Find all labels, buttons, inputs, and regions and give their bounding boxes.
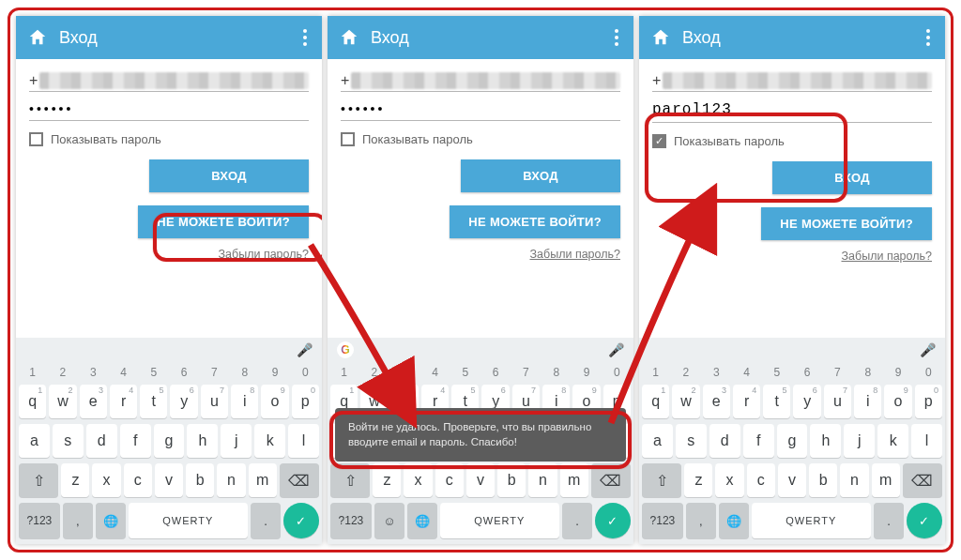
show-password-row[interactable]: Показывать пароль: [341, 123, 620, 152]
kb-key-l[interactable]: l: [288, 424, 319, 458]
kb-key-o[interactable]: o9: [261, 385, 288, 418]
login-button[interactable]: ВХОД: [772, 161, 932, 194]
kb-key-e[interactable]: e3: [80, 385, 107, 418]
kb-key-j[interactable]: j: [221, 424, 252, 458]
login-button[interactable]: ВХОД: [149, 159, 309, 192]
overflow-menu-icon[interactable]: [299, 25, 311, 50]
phone-field[interactable]: +: [652, 67, 932, 92]
mic-icon[interactable]: 🎤: [608, 342, 624, 357]
kb-key-v[interactable]: v: [466, 463, 495, 497]
kb-enter-key[interactable]: ✓: [907, 503, 942, 538]
backspace-icon[interactable]: ⌫: [591, 463, 631, 497]
kb-key-d[interactable]: d: [86, 424, 117, 458]
google-icon[interactable]: G: [337, 341, 354, 358]
kb-comma-key[interactable]: ,: [686, 503, 716, 538]
mic-icon[interactable]: 🎤: [297, 342, 313, 357]
kb-key-b[interactable]: b: [809, 463, 837, 497]
overflow-menu-icon[interactable]: [923, 25, 934, 50]
backspace-icon[interactable]: ⌫: [280, 463, 319, 497]
kb-period-key[interactable]: .: [251, 503, 281, 538]
kb-key-w[interactable]: w2: [672, 385, 699, 418]
kb-key-p[interactable]: p0: [915, 385, 942, 418]
kb-key-m[interactable]: m: [872, 463, 900, 497]
kb-key-q[interactable]: q1: [19, 385, 46, 418]
forgot-password-link[interactable]: Забыли пароль?: [341, 238, 620, 265]
kb-key-n[interactable]: n: [217, 463, 245, 497]
password-field[interactable]: [652, 98, 932, 123]
cant-login-button[interactable]: НЕ МОЖЕТЕ ВОЙТИ?: [450, 205, 620, 238]
kb-key-i[interactable]: i8: [854, 385, 881, 418]
kb-key-r[interactable]: r4: [110, 385, 137, 418]
kb-key-a[interactable]: a: [19, 424, 50, 458]
kb-key-s[interactable]: s: [53, 424, 84, 458]
kb-key-c[interactable]: c: [435, 463, 464, 497]
kb-key-l[interactable]: l: [911, 424, 942, 458]
forgot-password-link[interactable]: Забыли пароль?: [652, 240, 932, 266]
kb-key-i[interactable]: i8: [231, 385, 258, 418]
globe-icon[interactable]: 🌐: [96, 503, 126, 538]
kb-key-t[interactable]: t5: [140, 385, 167, 418]
kb-key-m[interactable]: m: [560, 463, 588, 497]
kb-space-key[interactable]: QWERTY: [440, 503, 560, 538]
globe-icon[interactable]: 🌐: [407, 503, 437, 538]
password-field[interactable]: [341, 98, 620, 121]
shift-icon[interactable]: ⇧: [642, 463, 681, 497]
kb-key-u[interactable]: u7: [824, 385, 851, 418]
kb-enter-key[interactable]: ✓: [283, 503, 319, 538]
show-password-row[interactable]: Показывать пароль: [652, 125, 932, 154]
show-password-checkbox[interactable]: [341, 132, 355, 146]
kb-key-q[interactable]: q1: [642, 385, 669, 418]
kb-key-c[interactable]: c: [124, 463, 152, 497]
backspace-icon[interactable]: ⌫: [903, 463, 942, 497]
kb-key-z[interactable]: z: [373, 463, 401, 497]
kb-key-v[interactable]: v: [778, 463, 806, 497]
show-password-row[interactable]: Показывать пароль: [29, 123, 309, 152]
kb-key-x[interactable]: x: [715, 463, 743, 497]
kb-key-s[interactable]: s: [676, 424, 707, 458]
kb-key-x[interactable]: x: [92, 463, 120, 497]
home-icon[interactable]: [650, 27, 671, 48]
overflow-menu-icon[interactable]: [611, 25, 622, 50]
shift-icon[interactable]: ⇧: [19, 463, 58, 497]
smiley-icon[interactable]: ☺: [374, 503, 404, 538]
password-field[interactable]: [29, 98, 309, 121]
kb-sym-key[interactable]: ?123: [642, 503, 683, 538]
kb-comma-key[interactable]: ,: [63, 503, 93, 538]
kb-key-u[interactable]: u7: [201, 385, 228, 418]
forgot-password-link[interactable]: Забыли пароль?: [29, 238, 309, 265]
kb-period-key[interactable]: .: [874, 503, 904, 538]
show-password-checkbox[interactable]: [29, 132, 43, 146]
mic-icon[interactable]: 🎤: [920, 342, 936, 357]
kb-key-k[interactable]: k: [254, 424, 285, 458]
kb-key-b[interactable]: b: [497, 463, 526, 497]
kb-key-c[interactable]: c: [747, 463, 775, 497]
kb-sym-key[interactable]: ?123: [19, 503, 60, 538]
kb-key-w[interactable]: w2: [49, 385, 76, 418]
kb-key-k[interactable]: k: [877, 424, 908, 458]
kb-key-e[interactable]: e3: [703, 385, 730, 418]
kb-key-n[interactable]: n: [528, 463, 557, 497]
kb-sym-key[interactable]: ?123: [330, 503, 372, 538]
kb-key-y[interactable]: y6: [793, 385, 820, 418]
home-icon[interactable]: [339, 27, 359, 48]
kb-key-p[interactable]: p0: [292, 385, 319, 418]
kb-key-g[interactable]: g: [777, 424, 808, 458]
kb-key-d[interactable]: d: [709, 424, 740, 458]
kb-key-o[interactable]: o9: [884, 385, 911, 418]
kb-space-key[interactable]: QWERTY: [752, 503, 872, 538]
kb-key-n[interactable]: n: [840, 463, 868, 497]
kb-key-f[interactable]: f: [120, 424, 151, 458]
kb-key-y[interactable]: y6: [170, 385, 197, 418]
kb-key-x[interactable]: x: [404, 463, 432, 497]
kb-key-v[interactable]: v: [155, 463, 183, 497]
phone-field[interactable]: +: [341, 67, 620, 92]
kb-key-r[interactable]: r4: [733, 385, 760, 418]
show-password-checkbox[interactable]: [652, 134, 666, 148]
shift-icon[interactable]: ⇧: [330, 463, 370, 497]
kb-key-b[interactable]: b: [186, 463, 214, 497]
kb-key-t[interactable]: t5: [763, 385, 790, 418]
kb-key-z[interactable]: z: [684, 463, 712, 497]
kb-enter-key[interactable]: ✓: [595, 503, 631, 538]
kb-space-key[interactable]: QWERTY: [129, 503, 249, 538]
login-button[interactable]: ВХОД: [461, 159, 620, 192]
